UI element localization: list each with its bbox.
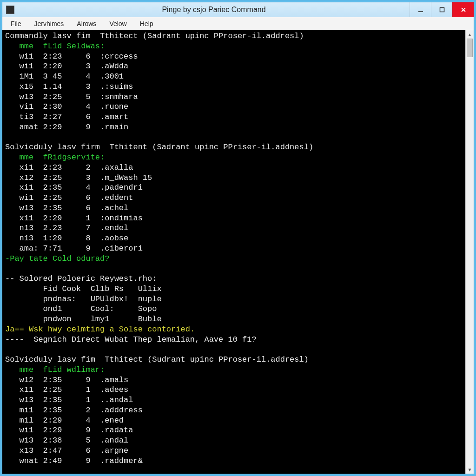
scroll-down-button[interactable]: ▼: [466, 465, 474, 474]
menu-alrows[interactable]: Alrows: [70, 17, 103, 30]
scroll-up-button[interactable]: ▲: [466, 30, 474, 39]
scroll-thumb[interactable]: [467, 39, 473, 57]
svg-rect-1: [440, 7, 444, 12]
menu-velow[interactable]: Velow: [103, 17, 133, 30]
window-controls: [410, 2, 474, 17]
minimize-button[interactable]: [410, 2, 431, 17]
close-button[interactable]: [452, 2, 474, 17]
content-area: Commandly lasv fim Tthitect (Sadrant upi…: [2, 30, 474, 474]
menu-jervhimes[interactable]: Jervhimes: [28, 17, 71, 30]
terminal-output[interactable]: Commandly lasv fim Tthitect (Sadrant upi…: [2, 30, 465, 474]
vertical-scrollbar[interactable]: ▲ ▼: [465, 30, 474, 474]
maximize-button[interactable]: [431, 2, 452, 17]
titlebar: Pinge by csjo Pariec Command: [2, 2, 474, 17]
app-window: Pinge by csjo Pariec Command File Jervhi…: [2, 2, 474, 474]
menu-file[interactable]: File: [4, 17, 28, 30]
menu-help[interactable]: Help: [133, 17, 160, 30]
app-icon: [6, 6, 14, 14]
window-title: Pinge by csjo Pariec Command: [18, 6, 410, 14]
menubar: File Jervhimes Alrows Velow Help: [2, 17, 474, 30]
